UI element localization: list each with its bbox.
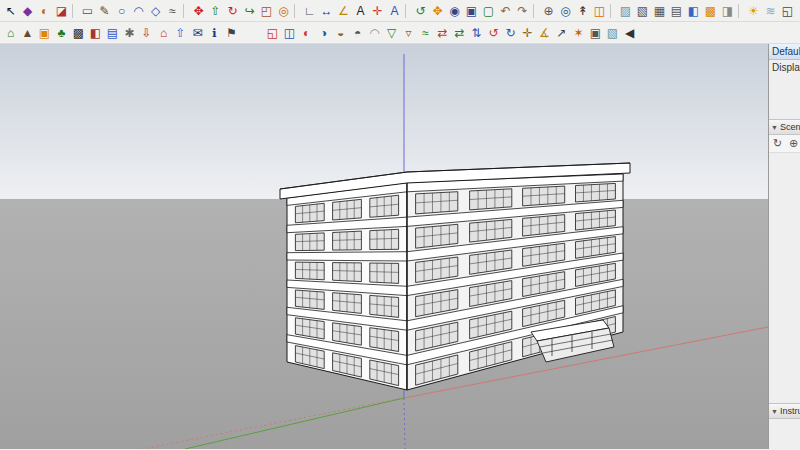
shadows-toggle-button[interactable]: ☀ bbox=[745, 2, 762, 20]
subtract-solids-button[interactable]: ◑ bbox=[315, 24, 332, 42]
scale-tool-button[interactable]: ◰ bbox=[258, 2, 275, 20]
smoove-tool-button[interactable]: ≈ bbox=[417, 24, 434, 42]
share-model-button[interactable]: ⇧ bbox=[172, 24, 189, 42]
refresh-scene-button[interactable]: ↻ bbox=[771, 136, 784, 151]
position-camera-tool-button[interactable]: ⊕ bbox=[540, 2, 557, 20]
shaded-mode-button[interactable]: ◧ bbox=[685, 2, 702, 20]
polygon-tool-button[interactable]: ◇ bbox=[147, 2, 164, 20]
send-to-layout-button[interactable]: ✉ bbox=[189, 24, 206, 42]
circle-tool-button[interactable]: ○ bbox=[113, 2, 130, 20]
previous-view-button[interactable]: ↶ bbox=[497, 2, 514, 20]
union-solids-button[interactable]: ◐ bbox=[298, 24, 315, 42]
3d-warehouse-button[interactable]: ⌂ bbox=[155, 24, 172, 42]
layers-panel-button[interactable]: ▤ bbox=[104, 24, 121, 42]
tray-title-bar[interactable]: Default bbox=[769, 44, 800, 60]
zoom-window-tool-button[interactable]: ▣ bbox=[463, 2, 480, 20]
style-edit-button[interactable]: ◧ bbox=[87, 24, 104, 42]
checker-material-button[interactable]: ▩ bbox=[70, 24, 87, 42]
iso-view-icon: ◱ bbox=[782, 4, 793, 18]
previous-scene-button[interactable]: ◀ bbox=[621, 24, 638, 42]
walk-tool-icon: ↟ bbox=[577, 4, 587, 18]
flip-green-button[interactable]: ⇄ bbox=[451, 24, 468, 42]
toggle-terrain-button[interactable]: ▲ bbox=[19, 24, 36, 42]
rotate-tool-icon: ↻ bbox=[227, 4, 237, 18]
scenes-toolbar: ↻ ⊕ bbox=[769, 135, 800, 153]
section-header-instructor[interactable]: ▼ Instructor bbox=[769, 403, 800, 419]
make-group-button[interactable]: ▣ bbox=[587, 24, 604, 42]
zoom-tool-button[interactable]: ◉ bbox=[446, 2, 463, 20]
dimension-tool-button[interactable]: ↔ bbox=[318, 2, 335, 20]
model-viewport[interactable] bbox=[0, 44, 768, 449]
back-edges-mode-button[interactable]: ▧ bbox=[634, 2, 651, 20]
layers-panel-icon: ▤ bbox=[107, 26, 118, 40]
flip-blue-button[interactable]: ⇅ bbox=[468, 24, 485, 42]
help-flag-button[interactable]: ⚑ bbox=[223, 24, 240, 42]
make-component-button[interactable]: ◆ bbox=[19, 2, 36, 20]
align-axes-button[interactable]: ✛ bbox=[519, 24, 536, 42]
rectangle-tool-button[interactable]: ▭ bbox=[79, 2, 96, 20]
scale-tool-icon: ◰ bbox=[261, 4, 272, 18]
drape-tool-button[interactable]: ▽ bbox=[383, 24, 400, 42]
outer-shell-icon: ◱ bbox=[267, 26, 278, 40]
model-info-button[interactable]: ℹ bbox=[206, 24, 223, 42]
photo-textures-button[interactable]: ▣ bbox=[36, 24, 53, 42]
3d-text-tool-button[interactable]: A bbox=[386, 2, 403, 20]
add-scene-button[interactable]: ⊕ bbox=[787, 136, 800, 151]
hidden-line-mode-button[interactable]: ▤ bbox=[668, 2, 685, 20]
split-solids-button[interactable]: ◓ bbox=[349, 24, 366, 42]
fog-toggle-button[interactable]: ≋ bbox=[762, 2, 779, 20]
add-location-icon: ⌂ bbox=[7, 26, 14, 40]
next-view-button[interactable]: ↷ bbox=[514, 2, 531, 20]
rotate-tool-button[interactable]: ↻ bbox=[224, 2, 241, 20]
axes-tool-button[interactable]: ✛ bbox=[369, 2, 386, 20]
scene-svg[interactable] bbox=[0, 44, 768, 449]
intersect-faces-button[interactable]: ◫ bbox=[281, 24, 298, 42]
stamp-tool-button[interactable]: ▿ bbox=[400, 24, 417, 42]
push-pull-tool-button[interactable]: ⇧ bbox=[207, 2, 224, 20]
wireframe-mode-button[interactable]: ▦ bbox=[651, 2, 668, 20]
offset-tool-button[interactable]: ◎ bbox=[275, 2, 292, 20]
drape-tool-icon: ▽ bbox=[387, 26, 396, 40]
pan-tool-button[interactable]: ✥ bbox=[429, 2, 446, 20]
extension-warehouse-button[interactable]: ⇩ bbox=[138, 24, 155, 42]
rotate-ccw-button[interactable]: ↺ bbox=[485, 24, 502, 42]
label-tool-button[interactable]: ↗ bbox=[553, 24, 570, 42]
walk-tool-button[interactable]: ↟ bbox=[574, 2, 591, 20]
zoom-selection-button[interactable]: ⊞ bbox=[796, 2, 800, 20]
orbit-tool-button[interactable]: ↺ bbox=[412, 2, 429, 20]
text-tool-button[interactable]: A bbox=[352, 2, 369, 20]
section-header-scenes[interactable]: ▼ Scenes bbox=[769, 119, 800, 135]
select-tool-button[interactable]: ↖ bbox=[2, 2, 19, 20]
toolbar-separator bbox=[405, 4, 410, 18]
tree-component-button[interactable]: ♣ bbox=[53, 24, 70, 42]
textured-mode-button[interactable]: ▩ bbox=[702, 2, 719, 20]
explode-component-button[interactable]: ✶ bbox=[570, 24, 587, 42]
line-tool-button[interactable]: ✎ bbox=[96, 2, 113, 20]
paint-bucket-button[interactable]: ◐ bbox=[36, 2, 53, 20]
preferences-button[interactable]: ✱ bbox=[121, 24, 138, 42]
outer-shell-button[interactable]: ◱ bbox=[264, 24, 281, 42]
trim-solids-button[interactable]: ◒ bbox=[332, 24, 349, 42]
hide-similar-button[interactable]: ▧ bbox=[604, 24, 621, 42]
flip-red-button[interactable]: ⇄ bbox=[434, 24, 451, 42]
freehand-tool-button[interactable]: ≈ bbox=[164, 2, 181, 20]
protractor-tool-button[interactable]: ∠ bbox=[335, 2, 352, 20]
add-location-button[interactable]: ⌂ bbox=[2, 24, 19, 42]
iso-view-button[interactable]: ◱ bbox=[779, 2, 796, 20]
monochrome-mode-button[interactable]: ◨ bbox=[719, 2, 736, 20]
tape-measure-tool-button[interactable]: ∟ bbox=[301, 2, 318, 20]
soften-edges-button[interactable]: ◠ bbox=[366, 24, 383, 42]
follow-me-tool-button[interactable]: ↪ bbox=[241, 2, 258, 20]
instructor-section-label: Instructor bbox=[780, 406, 800, 416]
angular-dimension-button[interactable]: ∡ bbox=[536, 24, 553, 42]
section-plane-tool-button[interactable]: ◫ bbox=[591, 2, 608, 20]
x-ray-mode-button[interactable]: ▨ bbox=[617, 2, 634, 20]
eraser-tool-button[interactable]: ◪ bbox=[53, 2, 70, 20]
zoom-window-tool-icon: ▣ bbox=[466, 4, 477, 18]
move-tool-button[interactable]: ✥ bbox=[190, 2, 207, 20]
rotate-cw-button[interactable]: ↻ bbox=[502, 24, 519, 42]
arc-tool-button[interactable]: ◠ bbox=[130, 2, 147, 20]
zoom-extents-tool-button[interactable]: ▢ bbox=[480, 2, 497, 20]
look-around-tool-button[interactable]: ◎ bbox=[557, 2, 574, 20]
previous-view-icon: ↶ bbox=[500, 4, 510, 18]
